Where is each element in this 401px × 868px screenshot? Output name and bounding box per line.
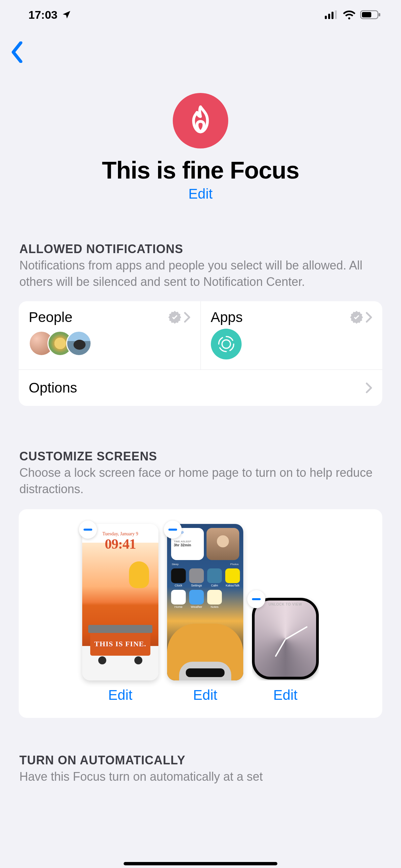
svg-rect-3 xyxy=(335,10,337,19)
status-badge-icon xyxy=(349,310,364,324)
focus-title: This is fine Focus xyxy=(102,156,299,184)
watch-face-column: UNLOCK TO VIEW Edit xyxy=(252,597,319,703)
svg-rect-0 xyxy=(325,16,327,19)
remove-watch-face-button[interactable] xyxy=(247,590,265,608)
battery-icon xyxy=(360,10,381,20)
svg-rect-1 xyxy=(328,14,330,19)
svg-point-7 xyxy=(222,340,230,348)
lock-screen-art-dog xyxy=(129,561,149,588)
minus-icon xyxy=(83,529,92,531)
focus-header: This is fine Focus Edit xyxy=(0,69,401,202)
flame-icon xyxy=(173,93,228,149)
weather-app-icon xyxy=(189,590,204,604)
people-avatars xyxy=(29,331,191,356)
options-row[interactable]: Options xyxy=(19,369,382,406)
people-cell[interactable]: People xyxy=(19,301,201,369)
home-screen-preview[interactable]: Sleep TIME ASLEEP 3hr 32min SleepPhotos … xyxy=(167,524,243,680)
chevron-right-icon xyxy=(366,382,372,394)
section-desc-allowed: Notifications from apps and people you s… xyxy=(20,257,381,290)
apps-label: Apps xyxy=(211,309,243,326)
chevron-right-icon xyxy=(366,312,372,323)
status-badge-icon xyxy=(168,310,182,324)
watch-face-preview[interactable]: UNLOCK TO VIEW xyxy=(252,597,319,680)
home-screen-column: Sleep TIME ASLEEP 3hr 32min SleepPhotos … xyxy=(167,524,243,703)
svg-rect-6 xyxy=(379,13,380,17)
apps-cell[interactable]: Apps xyxy=(201,301,382,369)
nav-bar xyxy=(0,29,401,69)
chatgpt-app-icon xyxy=(211,329,242,360)
home-app-icon xyxy=(171,590,186,604)
section-header-screens: CUSTOMIZE SCREENS Choose a lock screen f… xyxy=(0,450,401,502)
settings-app-icon xyxy=(189,568,204,583)
svg-rect-2 xyxy=(332,12,334,19)
edit-home-screen-button[interactable]: Edit xyxy=(193,687,217,703)
allowed-card: People Apps xyxy=(19,301,382,406)
section-header-auto: TURN ON AUTOMATICALLY Have this Focus tu… xyxy=(0,753,401,790)
status-bar: 17:03 xyxy=(0,0,401,29)
section-header-allowed: ALLOWED NOTIFICATIONS Notifications from… xyxy=(0,242,401,294)
edit-lock-screen-button[interactable]: Edit xyxy=(108,687,132,703)
kakaotalk-app-icon xyxy=(225,568,240,583)
focus-edit-button[interactable]: Edit xyxy=(189,186,212,202)
cellular-icon xyxy=(325,10,338,19)
calm-app-icon xyxy=(207,568,222,583)
minus-icon xyxy=(168,529,177,531)
notes-app-icon xyxy=(207,590,222,604)
remove-home-screen-button[interactable] xyxy=(164,521,182,539)
location-icon xyxy=(62,10,71,20)
photos-widget xyxy=(206,528,239,560)
status-time: 17:03 xyxy=(28,8,58,22)
lock-screen-time: 09:41 xyxy=(87,536,154,552)
options-label: Options xyxy=(29,380,77,396)
lock-screen-caption: THIS IS FINE. xyxy=(82,640,158,648)
home-screen-art-glasses xyxy=(186,669,225,677)
home-indicator[interactable] xyxy=(124,862,277,865)
remove-lock-screen-button[interactable] xyxy=(79,521,97,539)
section-title-allowed: ALLOWED NOTIFICATIONS xyxy=(20,242,381,256)
section-desc-screens: Choose a lock screen face or home page t… xyxy=(20,465,381,497)
section-title-screens: CUSTOMIZE SCREENS xyxy=(20,450,381,463)
section-desc-auto: Have this Focus turn on automatically at… xyxy=(20,769,381,785)
avatar xyxy=(66,331,92,356)
edit-watch-face-button[interactable]: Edit xyxy=(273,687,297,703)
wifi-icon xyxy=(343,10,356,20)
section-title-auto: TURN ON AUTOMATICALLY xyxy=(20,753,381,767)
clock-app-icon xyxy=(171,568,186,583)
people-label: People xyxy=(29,309,72,326)
chevron-right-icon xyxy=(184,312,191,323)
svg-rect-5 xyxy=(362,12,371,18)
screens-card: Tuesday, January 9 09:41 THIS IS FINE. E… xyxy=(19,509,382,718)
lock-screen-column: Tuesday, January 9 09:41 THIS IS FINE. E… xyxy=(82,524,158,703)
minus-icon xyxy=(252,598,261,600)
back-button[interactable] xyxy=(11,41,23,63)
lock-screen-preview[interactable]: Tuesday, January 9 09:41 THIS IS FINE. xyxy=(82,524,158,680)
